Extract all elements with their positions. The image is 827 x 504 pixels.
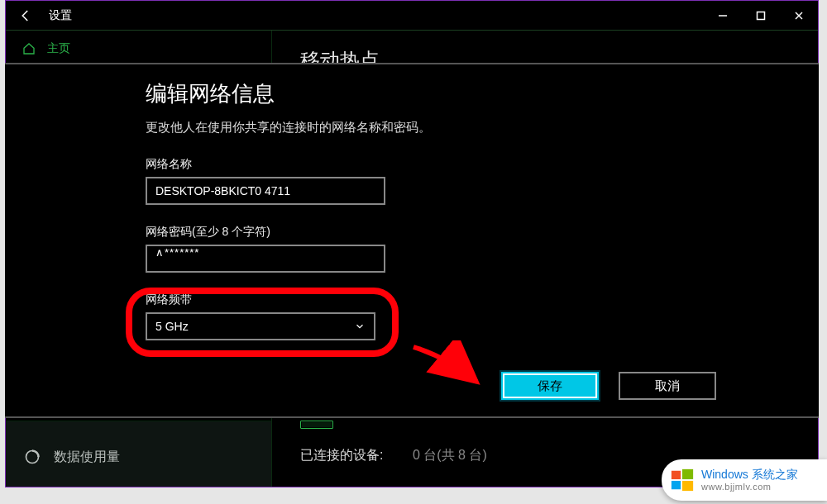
- home-icon: [22, 42, 36, 55]
- maximize-icon: [756, 11, 766, 21]
- window-title: 设置: [45, 8, 72, 23]
- sidebar-item-data-usage[interactable]: 数据使用量: [6, 437, 271, 477]
- network-password-field: 网络密码(至少 8 个字符) ∧*******: [146, 225, 719, 273]
- sidebar-separator: [6, 421, 271, 421]
- dialog-buttons: 保存 取消: [501, 372, 716, 400]
- data-usage-icon: [24, 449, 41, 465]
- connected-devices-label: 已连接的设备:: [300, 447, 383, 464]
- svg-rect-1: [758, 12, 765, 19]
- sidebar-item-home[interactable]: 主页: [6, 31, 271, 67]
- back-button[interactable]: [6, 1, 45, 31]
- minimize-button[interactable]: [704, 1, 742, 31]
- minimize-icon: [718, 11, 728, 21]
- network-password-label: 网络密码(至少 8 个字符): [146, 225, 719, 240]
- hotspot-progress: [300, 421, 333, 429]
- svg-rect-6: [682, 469, 693, 479]
- network-band-select[interactable]: 5 GHz: [146, 312, 375, 340]
- save-button[interactable]: 保存: [501, 372, 599, 400]
- dialog-body: 编辑网络信息 更改他人在使用你共享的连接时的网络名称和密码。 网络名称 网络密码…: [146, 79, 719, 405]
- network-band-label: 网络频带: [146, 292, 719, 307]
- network-name-label: 网络名称: [146, 157, 719, 172]
- chevron-down-icon: [354, 321, 366, 332]
- data-usage-label: 数据使用量: [54, 449, 120, 466]
- watermark-url: www.bjjmlv.com: [701, 482, 798, 492]
- network-band-field: 网络频带 5 GHz: [146, 292, 719, 340]
- svg-rect-5: [672, 471, 681, 479]
- maximize-button[interactable]: [742, 1, 780, 31]
- arrow-left-icon: [18, 8, 33, 23]
- window-controls: [704, 1, 818, 31]
- titlebar: 设置: [6, 1, 818, 31]
- network-name-input[interactable]: [146, 177, 385, 205]
- edit-network-dialog: 编辑网络信息 更改他人在使用你共享的连接时的网络名称和密码。 网络名称 网络密码…: [5, 63, 819, 418]
- close-button[interactable]: [780, 1, 818, 31]
- sidebar-home-label: 主页: [47, 41, 70, 56]
- network-password-input[interactable]: ∧*******: [146, 245, 385, 273]
- svg-rect-8: [682, 481, 693, 491]
- svg-rect-7: [672, 481, 681, 489]
- close-icon: [794, 11, 804, 21]
- watermark-text: Windows 系统之家 www.bjjmlv.com: [701, 468, 798, 492]
- windows-logo-icon: [670, 468, 695, 492]
- watermark: Windows 系统之家 www.bjjmlv.com: [662, 459, 827, 501]
- dialog-description: 更改他人在使用你共享的连接时的网络名称和密码。: [146, 120, 719, 136]
- network-band-value: 5 GHz: [155, 320, 189, 333]
- cancel-button[interactable]: 取消: [619, 372, 716, 400]
- dialog-title: 编辑网络信息: [146, 79, 719, 108]
- network-name-field: 网络名称: [146, 157, 719, 205]
- connected-devices-count: 0 台(共 8 台): [413, 447, 487, 464]
- sidebar-bottom-panel: 数据使用量: [6, 421, 271, 487]
- watermark-brand: Windows 系统之家: [701, 468, 798, 482]
